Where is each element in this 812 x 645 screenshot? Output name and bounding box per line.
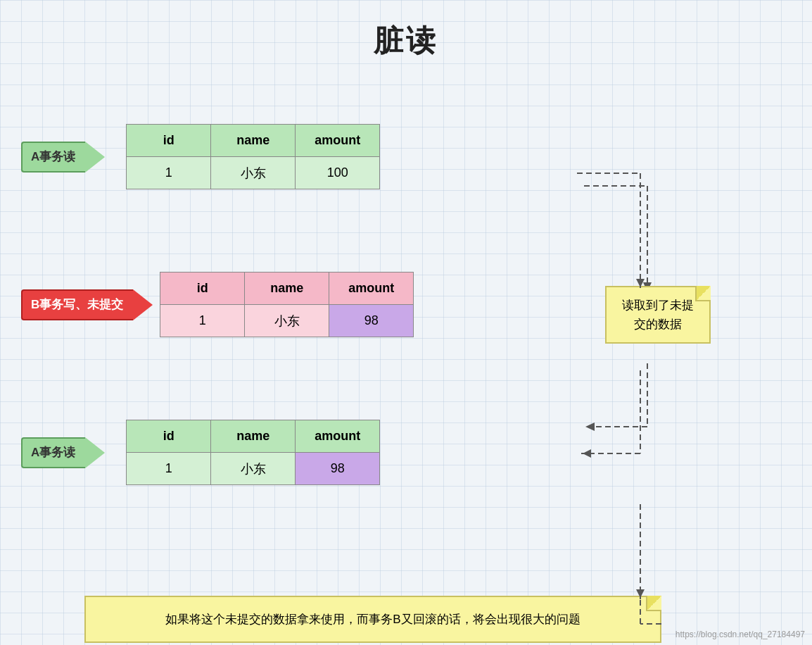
table-3-col-id: id bbox=[127, 420, 211, 453]
b-write-arrowhead bbox=[133, 289, 153, 320]
table-1-row-1: 1 小东 100 bbox=[127, 157, 380, 189]
table-1-col-name: name bbox=[211, 125, 296, 157]
table-1: id name amount 1 小东 100 bbox=[126, 124, 380, 189]
table-2-cell-amount: 98 bbox=[329, 305, 414, 337]
row-2: B事务写、未提交 id name amount 1 小东 98 bbox=[21, 272, 414, 337]
row-3: A事务读 id name amount 1 小东 98 bbox=[21, 420, 380, 485]
a-read-2-label: A事务读 bbox=[21, 437, 85, 468]
table-2-row-1: 1 小东 98 bbox=[160, 305, 414, 337]
a-read-2-arrowhead bbox=[85, 437, 105, 468]
bottom-note-text: 如果将这个未提交的数据拿来使用，而事务B又回滚的话，将会出现很大的问题 bbox=[165, 613, 580, 626]
table-1-cell-name: 小东 bbox=[211, 157, 296, 189]
right-note-box: 读取到了未提交的数据 bbox=[605, 286, 711, 344]
table-1-col-id: id bbox=[127, 125, 211, 157]
main-container: A事务读 id name amount 1 小东 100 B事务写 bbox=[0, 68, 812, 645]
table-3: id name amount 1 小东 98 bbox=[126, 420, 380, 485]
b-write-label: B事务写、未提交 bbox=[21, 289, 133, 320]
watermark: https://blog.csdn.net/qq_27184497 bbox=[675, 630, 805, 639]
a-read-2-arrow: A事务读 bbox=[21, 437, 105, 468]
table-2-col-amount: amount bbox=[329, 273, 414, 305]
table-2-cell-name: 小东 bbox=[245, 305, 329, 337]
svg-marker-5 bbox=[585, 422, 595, 431]
a-read-1-label: A事务读 bbox=[21, 142, 85, 173]
table-2-cell-id: 1 bbox=[160, 305, 245, 337]
table-2-header: id name amount bbox=[160, 273, 414, 305]
table-2: id name amount 1 小东 98 bbox=[160, 272, 414, 337]
b-write-arrow: B事务写、未提交 bbox=[21, 289, 153, 320]
table-2-col-name: name bbox=[245, 273, 329, 305]
row-1: A事务读 id name amount 1 小东 100 bbox=[21, 124, 380, 189]
bottom-note-box: 如果将这个未提交的数据拿来使用，而事务B又回滚的话，将会出现很大的问题 bbox=[84, 596, 661, 643]
a-read-1-arrow: A事务读 bbox=[21, 142, 105, 173]
table-3-cell-name: 小东 bbox=[211, 453, 296, 485]
table-1-header: id name amount bbox=[127, 125, 380, 157]
table-1-cell-amount: 100 bbox=[296, 157, 380, 189]
table-3-cell-id: 1 bbox=[127, 453, 211, 485]
table-3-header: id name amount bbox=[127, 420, 380, 453]
table-3-col-name: name bbox=[211, 420, 296, 453]
table-2-col-id: id bbox=[160, 273, 245, 305]
a-read-1-arrowhead bbox=[85, 142, 105, 173]
table-3-row-1: 1 小东 98 bbox=[127, 453, 380, 485]
table-1-col-amount: amount bbox=[296, 125, 380, 157]
table-3-col-amount: amount bbox=[296, 420, 380, 453]
table-3-cell-amount: 98 bbox=[296, 453, 380, 485]
table-1-cell-id: 1 bbox=[127, 157, 211, 189]
svg-marker-11 bbox=[583, 449, 591, 458]
page-title: 脏读 bbox=[0, 0, 812, 61]
right-note-text: 读取到了未提交的数据 bbox=[622, 299, 694, 331]
